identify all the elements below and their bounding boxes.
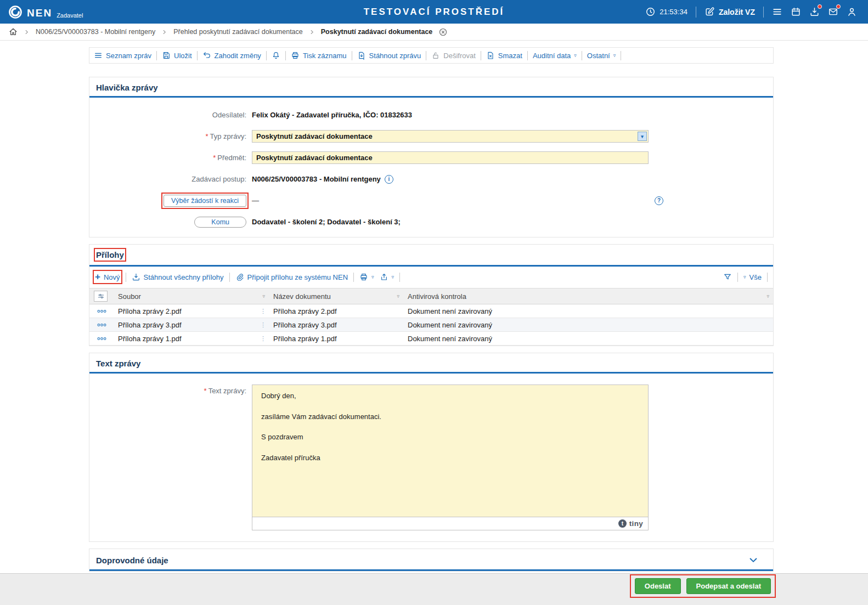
breadcrumb-item[interactable]: N006/25/V00003783 - Mobilní rentgeny — [36, 28, 155, 36]
app-logo[interactable]: NEN Zadavatel — [8, 4, 83, 20]
filter-icon[interactable]: ▿ — [397, 293, 399, 299]
breadcrumb-item[interactable]: Přehled poskytnutí zadávací dokumentace — [173, 28, 303, 36]
print-table-button[interactable]: ▿ — [359, 273, 374, 281]
file-name[interactable]: Příloha zprávy 3.pdf — [118, 321, 182, 329]
odeslat-button[interactable]: Odeslat — [635, 578, 681, 594]
filter-icon[interactable]: ▿ — [766, 293, 769, 299]
auditni-data-button[interactable]: Auditní data▿ — [533, 52, 577, 60]
notification-badge — [818, 4, 822, 9]
annotation-box: +Nový — [95, 272, 120, 282]
antivirus-status: Dokument není zavirovaný — [403, 318, 773, 332]
messages-button[interactable] — [828, 7, 838, 17]
create-vz-button[interactable]: Založit VZ — [704, 7, 755, 17]
required-asterisk: * — [205, 132, 208, 140]
document-name: Příloha zprávy 1.pdf — [269, 332, 403, 346]
vse-filter-button[interactable]: ▿Vše — [743, 273, 762, 281]
column-header-antivir[interactable]: Antivirová kontrola▿ — [403, 289, 773, 304]
required-asterisk: * — [204, 387, 207, 395]
separator — [197, 51, 198, 60]
separator — [481, 51, 481, 60]
chevron-down-icon[interactable] — [748, 555, 759, 566]
komu-value: Dodavatel - školení 2; Dodavatel - škole… — [252, 218, 401, 226]
plus-icon: + — [95, 273, 100, 281]
attachments-toolbar: +Nový Stáhnout všechny přílohy Připojit … — [89, 267, 773, 288]
smazat-button[interactable]: Smazat — [486, 51, 522, 60]
separator — [737, 273, 738, 282]
vyber-zadosti-button[interactable]: Výběr žádostí k reakci — [164, 195, 246, 207]
record-toolbar: Seznam zpráv Uložit Zahodit změny Tisk z… — [89, 47, 774, 64]
pripojit-prilohu-button[interactable]: Připojit přílohu ze systému NEN — [235, 273, 348, 281]
editor-status-bar: t tiny — [252, 517, 649, 530]
chevron-down-icon: ▿ — [392, 275, 394, 280]
attachments-table: Soubor▿ Název dokumentu▿ Antivirová kont… — [89, 288, 773, 346]
section-doprovodne-udaje: Doprovodné údaje — [89, 549, 774, 572]
download-document-icon — [357, 51, 366, 60]
message-text-input[interactable]: Dobrý den, zasíláme Vám zadávací dokumen… — [252, 385, 649, 517]
stahnout-zpravu-button[interactable]: Stáhnout zprávu — [357, 51, 421, 60]
chevron-down-icon[interactable]: ▾ — [638, 132, 647, 141]
separator — [156, 51, 157, 60]
predmet-input[interactable]: Poskytnutí zadávací dokumentace — [252, 151, 649, 164]
row-menu-icon[interactable] — [97, 309, 106, 314]
notifications-button[interactable] — [272, 51, 280, 60]
typ-zpravy-select[interactable]: Poskytnutí zadávací dokumentace ▾ — [252, 130, 649, 143]
session-time: 21:53:34 — [645, 7, 687, 17]
close-tab-icon[interactable] — [438, 27, 448, 37]
export-button[interactable]: ▿ — [380, 273, 394, 281]
novy-button[interactable]: +Nový — [95, 273, 120, 281]
chevron-right-icon — [24, 29, 30, 35]
downloads-button[interactable] — [809, 7, 820, 17]
section-title: Doprovodné údaje — [96, 556, 168, 565]
form-row-typ-zpravy: *Typ zprávy: Poskytnutí zadávací dokumen… — [89, 126, 773, 147]
antivirus-status: Dokument není zavirovaný — [403, 304, 773, 318]
info-icon[interactable]: i — [385, 175, 393, 184]
stahnout-vsechny-button[interactable]: Stáhnout všechny přílohy — [132, 273, 224, 281]
annotation-box: Výběr žádostí k reakci — [164, 195, 246, 207]
seznam-zprav-button[interactable]: Seznam zpráv — [94, 51, 151, 60]
file-name[interactable]: Příloha zprávy 1.pdf — [118, 335, 182, 343]
calendar-button[interactable] — [791, 7, 801, 17]
unlock-icon — [431, 51, 440, 60]
file-name[interactable]: Příloha zprávy 2.pdf — [118, 307, 182, 315]
column-header-soubor[interactable]: Soubor▿ — [114, 289, 269, 304]
section-rule — [89, 569, 773, 571]
table-settings-icon[interactable] — [94, 291, 108, 302]
ulozit-button[interactable]: Uložit — [162, 51, 192, 60]
filter-button[interactable] — [723, 273, 732, 281]
table-row[interactable]: Příloha zprávy 3.pdf⋮ Příloha zprávy 3.p… — [89, 318, 773, 332]
edit-icon — [704, 7, 715, 17]
separator — [266, 51, 267, 60]
tisk-zaznamu-button[interactable]: Tisk záznamu — [291, 51, 347, 60]
breadcrumb: N006/25/V00003783 - Mobilní rentgeny Pře… — [0, 24, 868, 41]
separator — [696, 7, 696, 18]
section-hlavicka-zpravy: Hlavička zprávy Odesílatel: Felix Okátý … — [89, 77, 774, 238]
separator — [763, 7, 764, 18]
home-icon[interactable] — [9, 27, 18, 36]
komu-button[interactable]: Komu — [194, 217, 246, 228]
kebab-menu-icon[interactable]: ⋮ — [260, 308, 266, 315]
doprovodne-udaje-header[interactable]: Doprovodné údaje — [89, 549, 773, 569]
form-row-vyber-zadosti: Výběr žádostí k reakci — ? — [89, 190, 773, 211]
kebab-menu-icon[interactable]: ⋮ — [260, 321, 266, 329]
zahodit-zmeny-button[interactable]: Zahodit změny — [202, 51, 261, 60]
ostatni-button[interactable]: Ostatní▿ — [587, 52, 616, 60]
row-menu-icon[interactable] — [97, 323, 106, 327]
filter-icon[interactable]: ▿ — [262, 293, 265, 299]
session-time-value: 21:53:34 — [660, 8, 687, 16]
main-menu-button[interactable] — [772, 7, 782, 17]
row-menu-icon[interactable] — [97, 336, 106, 341]
profile-button[interactable] — [847, 7, 857, 17]
section-title: Hlavička zprávy — [96, 83, 766, 92]
kebab-menu-icon[interactable]: ⋮ — [260, 335, 266, 342]
separator — [426, 51, 426, 60]
notification-badge — [836, 4, 841, 9]
table-row[interactable]: Příloha zprávy 2.pdf⋮ Příloha zprávy 2.p… — [89, 304, 773, 318]
separator — [126, 273, 126, 282]
section-prilohy: Přílohy +Nový Stáhnout všechny přílohy P… — [89, 244, 774, 346]
table-row[interactable]: Příloha zprávy 1.pdf⋮ Příloha zprávy 1.p… — [89, 332, 773, 346]
section-title: Text zprávy — [96, 359, 766, 368]
create-vz-label: Založit VZ — [719, 8, 755, 16]
help-icon[interactable]: ? — [655, 196, 663, 205]
podepsat-a-odeslat-button[interactable]: Podepsat a odeslat — [686, 578, 771, 594]
column-header-nazev[interactable]: Název dokumentu▿ — [269, 289, 403, 304]
